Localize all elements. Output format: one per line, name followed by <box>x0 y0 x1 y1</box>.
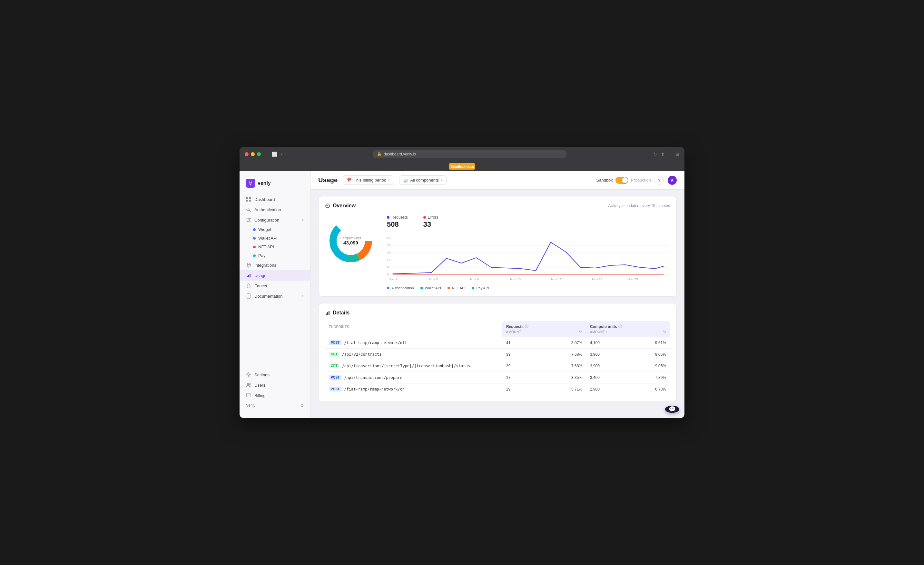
stats-row: Requests 508 Errors 33 <box>387 215 670 228</box>
compute-amount-4: 2,900 <box>590 387 647 392</box>
usage-label: Usage <box>254 273 267 278</box>
sidebar-sub-item-nft-api[interactable]: NFT API <box>240 242 310 251</box>
compute-col-label: Compute units <box>590 325 617 329</box>
col-endpoints-header: ENDPOINTS <box>325 321 502 337</box>
nav-forward-icon[interactable]: › <box>285 151 286 157</box>
sidebar-item-users[interactable]: Users <box>240 380 310 390</box>
compute-pct-0: 9.51% <box>647 341 666 345</box>
pay-legend-label: Pay API <box>476 286 489 290</box>
legend-authentication: Authentication <box>387 286 414 290</box>
legend-nft-api: NFT API <box>447 286 465 290</box>
col-compute-header: Compute units ⓘ AMOUNT ↑ % <box>586 321 670 337</box>
info-icon: ⓘ <box>525 324 528 329</box>
header-right: Sandbox Production ? A <box>597 176 677 185</box>
sidebar-sub-item-pay[interactable]: Pay <box>240 251 310 260</box>
table-header-row: ENDPOINTS Requests ⓘ AMOUNT % <box>325 321 670 337</box>
requests-value: 508 <box>387 220 408 228</box>
chat-button[interactable]: 💬 <box>665 406 679 413</box>
logo: V venly <box>240 176 310 194</box>
pay-dot-icon <box>253 254 256 257</box>
svg-point-14 <box>249 383 250 385</box>
row-compute-1: 3,900 9.05% <box>586 352 670 357</box>
refresh-icon[interactable]: ↻ <box>653 152 657 157</box>
sidebar-item-dashboard[interactable]: Dashboard <box>240 194 310 204</box>
env-toggle-switch[interactable] <box>615 177 628 184</box>
nft-api-label: NFT API <box>258 245 274 249</box>
billing-period-label: This billing period <box>354 178 386 183</box>
svg-text:0: 0 <box>387 273 389 276</box>
users-label: Users <box>254 383 266 388</box>
req-pct-4: 5.71% <box>563 387 582 392</box>
sidebar-sub-item-widget[interactable]: Widget <box>240 225 310 234</box>
sidebar-toggle-icon[interactable]: ⬜ <box>272 152 277 157</box>
billing-period-filter[interactable]: 📅 This billing period ▾ <box>343 176 394 185</box>
sidebar-item-billing[interactable]: Billing <box>240 390 310 401</box>
widget-label: Widget <box>258 227 271 232</box>
nft-legend-label: NFT API <box>452 286 465 290</box>
sidebar-sub-item-wallet-api[interactable]: Wallet API <box>240 234 310 242</box>
table-row: POST /fiat-ramp/ramp-network/on 29 5.71%… <box>325 383 670 395</box>
plug-icon <box>246 263 251 267</box>
sidebar-item-documentation[interactable]: Documentation ↗ <box>240 291 310 301</box>
errors-label: Errors <box>423 215 438 219</box>
req-pct-0: 8.07% <box>563 341 582 345</box>
minimize-button[interactable] <box>251 152 255 156</box>
grid-icon[interactable]: ⊞ <box>675 152 679 157</box>
share-icon[interactable]: ⬆ <box>661 152 665 157</box>
row-compute-4: 2,900 6.73% <box>586 387 670 392</box>
errors-value: 33 <box>423 220 438 228</box>
endpoint-path-0: /fiat-ramp/ramp-network/off <box>344 341 407 345</box>
sidebar-item-usage[interactable]: Usage <box>240 270 310 281</box>
svg-text:Nov 17: Nov 17 <box>551 278 562 281</box>
details-header: Details <box>325 310 670 316</box>
calendar-icon: 📅 <box>347 178 352 183</box>
req-amount-3: 17 <box>506 376 563 380</box>
components-filter[interactable]: 📊 All components ▾ <box>399 176 447 185</box>
settings-label: Settings <box>254 373 270 377</box>
avatar[interactable]: A <box>668 176 677 185</box>
authentication-label: Authentication <box>254 207 281 212</box>
method-badge-post-4: POST <box>329 387 341 392</box>
sidebar-item-integrations[interactable]: Integrations <box>240 260 310 270</box>
chart-section: Requests 508 Errors 33 <box>387 215 670 290</box>
endpoint-path-1: /api/v2/contracts <box>342 352 382 357</box>
logo-icon: V <box>246 179 255 188</box>
donut-chart: Compute units 43,090 <box>325 215 376 267</box>
svg-text:Nov 9: Nov 9 <box>470 278 479 281</box>
grid-icon <box>246 197 251 202</box>
overview-title-text: Overview <box>333 203 356 209</box>
nav-back-icon[interactable]: ‹ <box>281 151 282 157</box>
chart-legend: Authentication Wallet API NFT API <box>387 286 670 290</box>
credit-card-icon <box>246 393 251 398</box>
errors-label-text: Errors <box>428 215 438 219</box>
table-row: GET /api/v2/contracts 39 7.68% 3,900 9.0… <box>325 349 670 360</box>
wallet-api-dot-icon <box>253 237 256 240</box>
details-icon <box>325 310 330 316</box>
row-endpoint-1: GET /api/v2/contracts <box>325 352 502 357</box>
svg-text:Nov 5: Nov 5 <box>429 278 438 281</box>
add-tab-icon[interactable]: + <box>669 151 672 157</box>
svg-point-12 <box>248 374 249 376</box>
sidebar-item-faucet[interactable]: Faucet <box>240 281 310 291</box>
close-button[interactable] <box>245 152 249 156</box>
donut-label-value: 43,090 <box>340 240 361 245</box>
requests-stat: Requests 508 <box>387 215 408 228</box>
svg-rect-10 <box>249 274 250 277</box>
overview-icon <box>325 203 330 208</box>
svg-rect-44 <box>328 311 330 315</box>
help-button[interactable]: ? <box>655 176 664 185</box>
sidebar-item-settings[interactable]: Settings <box>240 370 310 380</box>
svg-text:15: 15 <box>387 251 391 254</box>
svg-rect-15 <box>246 394 251 397</box>
production-label: Production <box>631 178 651 183</box>
maximize-button[interactable] <box>257 152 261 156</box>
row-requests-1: 39 7.68% <box>502 352 586 357</box>
billing-label: Billing <box>254 393 266 398</box>
sidebar-item-authentication[interactable]: Authentication <box>240 204 310 215</box>
sidebar-item-configuration[interactable]: Configuration ▾ <box>240 215 310 225</box>
svg-text:Nov 13: Nov 13 <box>510 278 520 281</box>
pct-sub-label: % <box>563 330 582 334</box>
svg-point-5 <box>247 218 248 219</box>
address-bar[interactable]: 🔒 dashboard.venly.io <box>373 150 567 158</box>
nav-bottom: Settings Users <box>240 367 310 413</box>
